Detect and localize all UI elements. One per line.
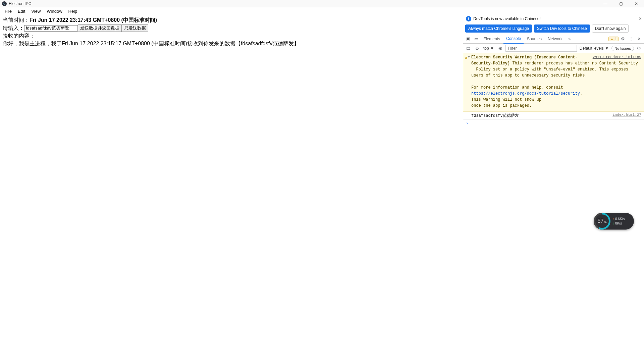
input-label: 请输入： [3,25,24,32]
titlebar: ⌬ Electron IPC — ▢ ✕ [0,0,644,7]
console-log-entry: fdsafsadfdsfv范德萨发 index.html:27 [463,112,644,120]
received-body: 你好，我是主进程，我于Fri Jun 17 2022 23:15:17 GMT+… [3,40,299,47]
tab-elements[interactable]: Elements [481,34,503,44]
clear-console-icon[interactable]: ⊘ [473,45,481,52]
console-log-source-link[interactable]: index.html:27 [612,113,641,118]
always-match-language-button[interactable]: Always match Chrome's language [465,24,532,33]
console-filter-input[interactable] [505,45,577,52]
settings-gear-icon[interactable]: ⚙ [619,35,627,43]
page-content: 当前时间： Fri Jun 17 2022 23:17:43 GMT+0800 … [0,15,463,347]
current-time-value: Fri Jun 17 2022 23:17:43 GMT+0800 (中国标准时… [30,17,157,24]
user-text-input[interactable] [24,25,78,32]
devtools-panel: i DevTools is now available in Chinese! … [463,15,644,347]
warning-body-3: This warning will not show up [471,97,541,102]
upload-speed: 0.6K/s [615,217,625,221]
console-output: ▲ ▶ VM119 renderer_init:89 Electron Secu… [463,53,644,347]
upload-arrow-icon: ↑ [612,217,614,221]
info-icon: i [466,16,471,21]
menu-help[interactable]: Help [66,8,80,14]
device-toolbar-icon[interactable]: ▭ [473,35,480,43]
menubar: File Edit View Window Help [0,7,644,15]
devtools-infobar: i DevTools is now available in Chinese! … [463,15,644,23]
window-controls: — ▢ ✕ [598,0,644,7]
send-and-return-button[interactable]: 发送数据并返回数据 [78,24,122,32]
devtools-info-text: DevTools is now available in Chinese! [473,16,541,21]
infobar-close-icon[interactable]: ✕ [638,16,642,21]
issues-pill[interactable]: No Issues [611,46,634,51]
download-arrow-icon: ↓ [612,221,614,225]
console-settings-gear-icon[interactable]: ⚙ [635,45,643,52]
warning-count: 1 [615,37,617,41]
warning-count-pill[interactable]: ▲ 1 [608,37,619,41]
send-only-button[interactable]: 只发送数据 [122,24,148,32]
tab-sources[interactable]: Sources [524,34,544,44]
devtools-tabs: ▣ ▭ Elements Console Sources Network » ▲… [463,34,644,44]
system-gauge-widget[interactable]: 57 % ↑0.6K/s ↓0K/s [594,213,634,230]
console-log-text: fdsafsadfdsfv范德萨发 [471,113,519,118]
console-context-selector[interactable]: top ▼ [482,46,495,51]
gauge-value: 57 [598,218,604,224]
window-close-button[interactable]: ✕ [629,0,644,7]
tabs-overflow-icon[interactable]: » [566,35,573,43]
current-time-label: 当前时间： [3,17,30,24]
log-levels-selector[interactable]: Default levels ▼ [578,46,610,51]
gauge-percent: % [604,220,606,224]
menu-view[interactable]: View [29,8,43,14]
console-toolbar: ▤ ⊘ top ▼ ◉ Default levels ▼ No Issues ⚙ [463,44,644,53]
tab-console[interactable]: Console [503,34,524,44]
console-sidebar-toggle-icon[interactable]: ▤ [465,45,472,52]
window-maximize-button[interactable]: ▢ [613,0,629,7]
devtools-close-icon[interactable]: ✕ [635,35,643,43]
live-expression-eye-icon[interactable]: ◉ [497,45,504,52]
warning-triangle-icon: ▲ [465,55,467,61]
received-label: 接收的内容： [3,33,35,40]
menu-window[interactable]: Window [44,8,65,14]
window-title: Electron IPC [9,1,31,6]
inspect-icon[interactable]: ▣ [465,35,472,43]
dont-show-again-button[interactable]: Don't show again [592,24,629,33]
menu-file[interactable]: File [2,8,14,14]
expand-arrow-icon[interactable]: ▶ [468,55,470,59]
console-prompt[interactable]: › [463,120,644,127]
app-icon: ⌬ [2,1,7,6]
warning-body-4: once the app is packaged. [471,103,532,108]
devtools-language-bar: Always match Chrome's language Switch De… [463,23,644,34]
tab-network[interactable]: Network [545,34,565,44]
console-warning-entry: ▲ ▶ VM119 renderer_init:89 Electron Secu… [463,53,644,112]
warning-doc-link[interactable]: https://electronjs.org/docs/tutorial/sec… [471,91,580,96]
warning-icon: ▲ [610,37,614,41]
warning-source-link[interactable]: VM119 renderer_init:89 [593,54,641,60]
more-vert-icon[interactable]: ⋮ [627,35,635,43]
gauge-stats: ↑0.6K/s ↓0K/s [612,217,625,225]
gauge-circle: 57 % [594,213,610,230]
menu-edit[interactable]: Edit [15,8,28,14]
warning-body-2: Policy set or a policy with "unsafe-eval… [471,67,628,78]
window-minimize-button[interactable]: — [598,0,613,7]
download-speed: 0K/s [615,221,622,225]
warning-more-label: For more information and help, consult [471,85,563,90]
switch-to-chinese-button[interactable]: Switch DevTools to Chinese [534,24,590,33]
